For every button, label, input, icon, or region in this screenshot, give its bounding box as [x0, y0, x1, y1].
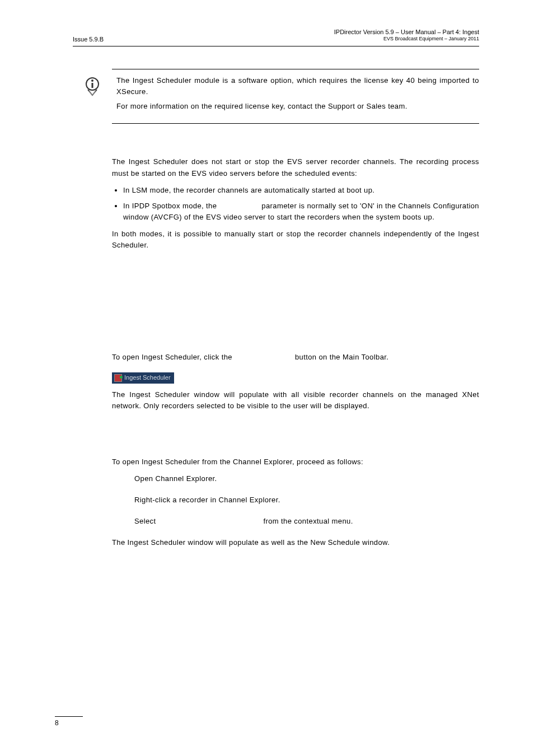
body1-p1: The Ingest Scheduler does not start or s…: [112, 156, 479, 179]
sec2-intro: To open Ingest Scheduler from the Channe…: [112, 456, 479, 468]
bullet-2a: In IPDP Spotbox mode, the: [123, 202, 219, 210]
header-right: IPDirector Version 5.9 – User Manual – P…: [334, 28, 479, 43]
sec1-p1a: To open Ingest Scheduler, click the: [112, 353, 235, 361]
step3b: from the contextual menu.: [261, 517, 353, 525]
sec1-p1b: button on the Main Toolbar.: [293, 353, 388, 361]
page-header: Issue 5.9.B IPDirector Version 5.9 – Use…: [73, 28, 479, 45]
step-1: Open Channel Explorer.: [134, 473, 479, 484]
steps-list: Open Channel Explorer. Right-click a rec…: [134, 473, 479, 527]
note-box: The Ingest Scheduler module is a softwar…: [112, 69, 479, 124]
button-label-text: Ingest Scheduler: [124, 374, 171, 381]
scheduler-icon: [114, 374, 122, 382]
ingest-scheduler-button-image: Ingest Scheduler: [112, 369, 479, 389]
body-block-1: The Ingest Scheduler does not start or s…: [112, 156, 479, 251]
sec1-p2: The Ingest Scheduler window will populat…: [112, 389, 479, 412]
page-number-rule: [55, 716, 83, 717]
svg-rect-2: [92, 83, 93, 88]
note-icon: [78, 75, 106, 115]
note-p2: For more information on the required lic…: [116, 101, 479, 112]
header-subtitle: EVS Broadcast Equipment – January 2011: [334, 36, 479, 43]
header-rule: [73, 46, 479, 46]
svg-point-1: [91, 80, 93, 82]
step-3: Select Record Scheduler > Schedule from …: [134, 516, 479, 527]
bullet-1: In LSM mode, the recorder channels are a…: [123, 185, 479, 196]
body1-p2: In both modes, it is possible to manuall…: [112, 228, 479, 251]
section-open-toolbar: To open Ingest Scheduler, click the Inge…: [112, 352, 479, 412]
bullet-2: In IPDP Spotbox mode, the AutoRecord par…: [123, 200, 479, 223]
header-issue: Issue 5.9.B: [73, 36, 104, 43]
section-open-channel-explorer: To open Ingest Scheduler from the Channe…: [112, 456, 479, 549]
header-title: IPDirector Version 5.9 – User Manual – P…: [334, 28, 479, 36]
sec2-outro: The Ingest Scheduler window will populat…: [112, 537, 479, 548]
step-2: Right-click a recorder in Channel Explor…: [134, 494, 479, 506]
bullet-list: In LSM mode, the recorder channels are a…: [112, 185, 479, 223]
sec1-p1: To open Ingest Scheduler, click the Inge…: [112, 352, 479, 363]
step3a: Select: [134, 517, 158, 525]
note-p1: The Ingest Scheduler module is a softwar…: [116, 75, 479, 97]
note-text: The Ingest Scheduler module is a softwar…: [116, 75, 479, 115]
page-number: 8: [55, 718, 59, 727]
